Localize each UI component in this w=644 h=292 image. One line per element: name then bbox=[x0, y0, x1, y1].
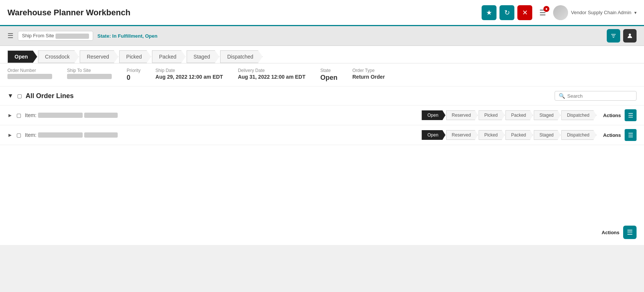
priority-value: 0 bbox=[127, 74, 140, 82]
filter-button[interactable] bbox=[607, 29, 620, 43]
row-menu-button[interactable]: ☰ bbox=[625, 109, 637, 121]
pipeline-step-reserved[interactable]: Reserved bbox=[446, 110, 478, 120]
header-icons: ★ ↻ ✕ ☰ ● Vendor Supply Chain Admin ▾ bbox=[482, 5, 637, 20]
row-menu-button[interactable]: ☰ bbox=[625, 129, 637, 141]
bottom-bar: Actions ☰ bbox=[0, 220, 644, 245]
collapse-icon[interactable]: ▼ bbox=[7, 92, 13, 99]
expand-icon[interactable]: ► bbox=[7, 112, 13, 118]
item-prefix: Item: bbox=[25, 112, 37, 118]
tab-dispatched[interactable]: Dispatched bbox=[220, 50, 263, 63]
state-label: State: bbox=[98, 33, 111, 39]
user-section: Vendor Supply Chain Admin ▾ bbox=[553, 5, 637, 20]
table-row: ► ▢ Item: Open Reserved Picked Packed St… bbox=[0, 106, 644, 125]
section-title: All Order Lines bbox=[26, 92, 551, 100]
state-value: In Fulfillment, Open bbox=[112, 33, 157, 39]
state-label: State bbox=[320, 68, 337, 73]
close-button[interactable]: ✕ bbox=[517, 5, 532, 20]
ship-to-label: Ship To Site bbox=[67, 68, 112, 73]
order-type-value: Return Order bbox=[352, 74, 385, 80]
ship-date-label: Ship Date bbox=[155, 68, 223, 73]
item-value-1 bbox=[38, 132, 83, 138]
star-button[interactable]: ★ bbox=[482, 5, 497, 20]
state-value: Open bbox=[320, 74, 337, 82]
bottom-actions-label[interactable]: Actions bbox=[602, 230, 619, 235]
bottom-menu-button[interactable]: ☰ bbox=[623, 226, 637, 239]
priority-label: Priority bbox=[127, 68, 140, 73]
tab-open[interactable]: Open bbox=[7, 50, 37, 63]
order-type-label: Order Type bbox=[352, 68, 385, 73]
tab-packed[interactable]: Packed bbox=[152, 50, 186, 63]
delivery-date-value: Aug 31, 2022 12:00 am EDT bbox=[238, 74, 305, 80]
order-number-value bbox=[7, 74, 52, 79]
tab-reserved[interactable]: Reserved bbox=[80, 50, 118, 63]
main-content: Open Crossdock Reserved Picked Packed St… bbox=[0, 46, 644, 245]
item-label: Item: bbox=[25, 112, 418, 118]
actions-label[interactable]: Actions bbox=[603, 132, 621, 138]
refresh-button[interactable]: ↻ bbox=[499, 5, 514, 20]
ship-from-label: Ship From Site bbox=[22, 33, 54, 38]
pipeline: Open Reserved Picked Packed Staged Dispa… bbox=[422, 110, 596, 120]
ship-to-value bbox=[67, 74, 112, 79]
pipeline-step-staged[interactable]: Staged bbox=[534, 110, 561, 120]
pipeline-step-open[interactable]: Open bbox=[422, 130, 445, 140]
pipeline-step-dispatched[interactable]: Dispatched bbox=[561, 110, 596, 120]
item-value-2 bbox=[84, 113, 118, 118]
user-dropdown-arrow[interactable]: ▾ bbox=[634, 10, 637, 15]
tab-picked[interactable]: Picked bbox=[119, 50, 151, 63]
item-label: Item: bbox=[25, 132, 418, 138]
order-info: Order Number Ship To Site Priority 0 Shi… bbox=[0, 63, 644, 87]
notification-badge: ● bbox=[543, 6, 549, 12]
tab-crossdock[interactable]: Crossdock bbox=[38, 50, 79, 63]
pipeline-step-open[interactable]: Open bbox=[422, 110, 445, 120]
avatar-image bbox=[553, 5, 568, 20]
ship-to-field: Ship To Site bbox=[67, 68, 112, 79]
search-icon: 🔍 bbox=[559, 93, 565, 99]
user-role: Vendor Supply Chain Admin bbox=[571, 10, 631, 15]
menu-icon-wrap[interactable]: ☰ ● bbox=[535, 5, 550, 20]
pipeline-step-dispatched[interactable]: Dispatched bbox=[561, 130, 596, 140]
search-box[interactable]: 🔍 bbox=[555, 91, 637, 101]
state-field: State Open bbox=[320, 68, 337, 82]
pipeline-step-picked[interactable]: Picked bbox=[479, 130, 505, 140]
ship-from-chip: Ship From Site bbox=[18, 31, 93, 41]
row-checkbox[interactable]: ▢ bbox=[16, 132, 21, 138]
app-header: Warehouse Planner Workbench ★ ↻ ✕ ☰ ● Ve… bbox=[0, 0, 644, 26]
tab-staged[interactable]: Staged bbox=[187, 50, 219, 63]
actions-label[interactable]: Actions bbox=[603, 113, 621, 118]
pipeline-step-picked[interactable]: Picked bbox=[479, 110, 505, 120]
ship-date-value: Aug 29, 2022 12:00 am EDT bbox=[155, 74, 223, 80]
expand-icon[interactable]: ► bbox=[7, 132, 13, 138]
toolbar-right bbox=[607, 29, 637, 43]
person-button[interactable] bbox=[623, 29, 637, 43]
delivery-date-label: Delivery Date bbox=[238, 68, 305, 73]
order-number-field: Order Number bbox=[7, 68, 52, 79]
select-all-checkbox[interactable]: ▢ bbox=[17, 93, 22, 99]
section-header: ▼ ▢ All Order Lines 🔍 bbox=[0, 87, 644, 106]
tab-bar: Open Crossdock Reserved Picked Packed St… bbox=[0, 46, 644, 63]
pipeline-step-packed[interactable]: Packed bbox=[505, 110, 533, 120]
pipeline-step-packed[interactable]: Packed bbox=[505, 130, 533, 140]
state-info: State: In Fulfillment, Open bbox=[98, 33, 158, 39]
avatar bbox=[553, 5, 568, 20]
order-number-label: Order Number bbox=[7, 68, 52, 73]
delivery-date-field: Delivery Date Aug 31, 2022 12:00 am EDT bbox=[238, 68, 305, 80]
toolbar: ☰ Ship From Site State: In Fulfillment, … bbox=[0, 26, 644, 46]
pipeline-step-reserved[interactable]: Reserved bbox=[446, 130, 478, 140]
page-title: Warehouse Planner Workbench bbox=[7, 8, 476, 18]
table-row: ► ▢ Item: Open Reserved Picked Packed St… bbox=[0, 125, 644, 145]
ship-date-field: Ship Date Aug 29, 2022 12:00 am EDT bbox=[155, 68, 223, 80]
row-checkbox[interactable]: ▢ bbox=[16, 112, 21, 118]
pipeline-step-staged[interactable]: Staged bbox=[534, 130, 561, 140]
search-input[interactable] bbox=[567, 93, 632, 99]
item-value-1 bbox=[38, 113, 83, 118]
svg-point-3 bbox=[629, 34, 631, 36]
item-prefix: Item: bbox=[25, 132, 37, 138]
list-icon[interactable]: ☰ bbox=[7, 32, 13, 40]
priority-field: Priority 0 bbox=[127, 68, 140, 82]
item-value-2 bbox=[84, 132, 118, 138]
ship-from-value bbox=[55, 34, 89, 39]
pipeline: Open Reserved Picked Packed Staged Dispa… bbox=[422, 130, 596, 140]
order-type-field: Order Type Return Order bbox=[352, 68, 385, 80]
